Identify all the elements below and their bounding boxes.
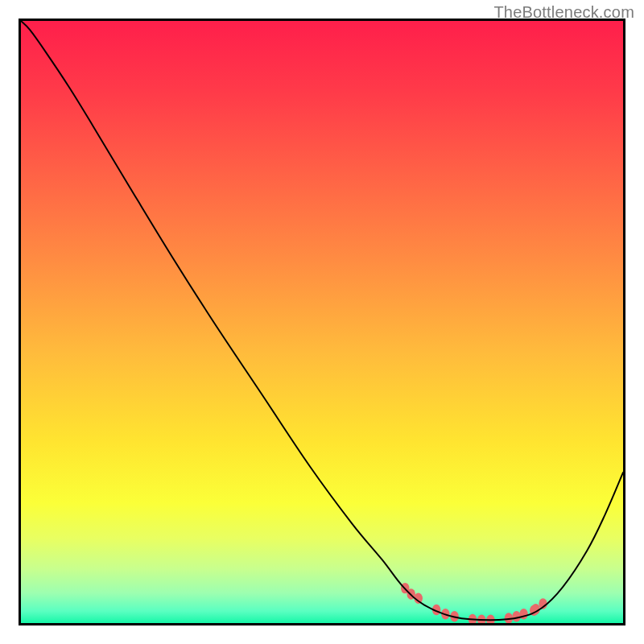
curve-layer (21, 21, 623, 623)
chart-canvas: TheBottleneck.com (0, 0, 644, 644)
marker-dot (486, 615, 494, 623)
bottleneck-curve (21, 21, 623, 620)
marker-dot (477, 615, 485, 623)
marker-group (401, 583, 547, 623)
watermark-text: TheBottleneck.com (493, 3, 634, 22)
marker-dot (512, 611, 520, 621)
plot-frame (19, 19, 625, 625)
